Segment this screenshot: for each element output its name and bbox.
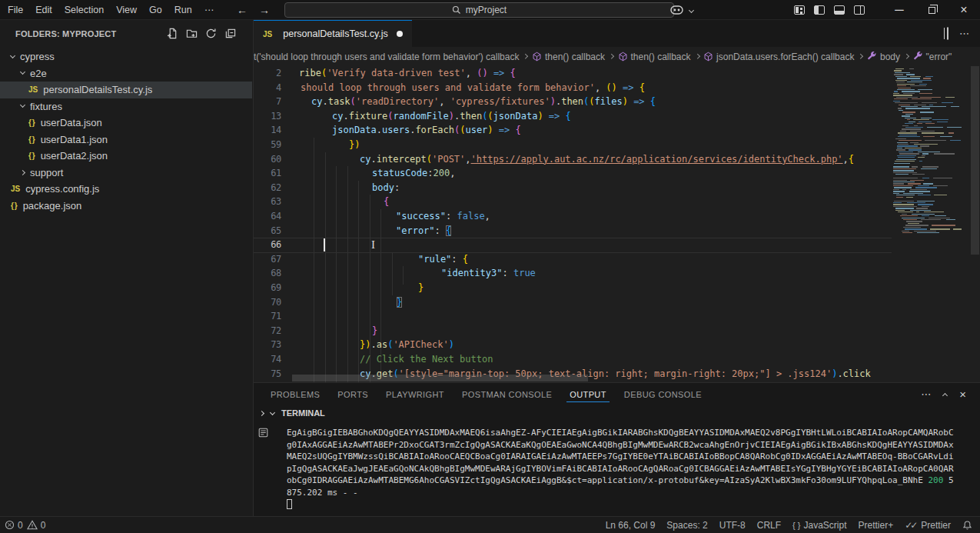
code-line-14[interactable]: 14jsonData.users.forEach((user) => { xyxy=(254,123,980,138)
code-line-61[interactable]: 61statusCode:200, xyxy=(254,166,980,181)
menu-edit[interactable]: Edit xyxy=(29,0,58,20)
code-line-67[interactable]: 67"rule": { xyxy=(254,252,980,267)
tree-item-userData2-json[interactable]: { }userData2.json xyxy=(0,148,252,165)
code-editor[interactable]: 2ribe('Verify data-driven test', () => {… xyxy=(254,66,980,382)
code-line-74[interactable]: 74// Click the Next button xyxy=(254,352,980,367)
breadcrumb-item[interactable]: body xyxy=(867,52,900,62)
customize-layout-icon[interactable] xyxy=(789,0,809,20)
panel-tab-playwright[interactable]: PLAYWRIGHT xyxy=(383,385,447,402)
panel-maximize-icon[interactable] xyxy=(943,388,947,400)
breadcrumb-item[interactable]: "error" xyxy=(913,52,952,62)
copilot-icon[interactable] xyxy=(668,0,685,20)
tree-item-cypress-config-js[interactable]: JScypress.config.js xyxy=(0,181,252,198)
prettier-status[interactable]: ✓✓Prettier xyxy=(905,520,951,531)
toggle-panel-icon[interactable] xyxy=(829,0,849,20)
editor-more-actions-icon[interactable]: ⋯ xyxy=(959,28,969,39)
minimap[interactable] xyxy=(892,66,970,382)
tree-item-userData1-json[interactable]: { }userData1.json xyxy=(0,132,252,148)
tree-item-fixtures[interactable]: fixtures xyxy=(0,98,252,115)
terminal-cursor xyxy=(287,499,292,509)
encoding-status[interactable]: UTF-8 xyxy=(719,520,746,531)
language-status[interactable]: { }JavaScript xyxy=(792,520,846,531)
breadcrumb-item[interactable]: then() callback xyxy=(618,52,691,62)
breadcrumb-item[interactable]: then() callback xyxy=(532,52,605,62)
code-line-4[interactable]: 4should loop through users and validate … xyxy=(254,81,980,95)
close-button[interactable]: × xyxy=(948,0,980,20)
tree-item-cypress[interactable]: cypress xyxy=(0,48,252,65)
panel-tab-output[interactable]: OUTPUT xyxy=(566,385,610,402)
search-value: myProject xyxy=(466,5,507,15)
collapse-folders-icon[interactable] xyxy=(224,28,236,39)
tree-item-package-json[interactable]: { }package.json xyxy=(0,198,252,215)
toggle-secondary-sidebar-icon[interactable] xyxy=(849,0,869,20)
menu-view[interactable]: View xyxy=(110,0,143,20)
tree-item-userData-json[interactable]: { }userData.json xyxy=(0,115,252,132)
panel-close-icon[interactable]: × xyxy=(959,388,966,401)
menu-more[interactable]: ⋯ xyxy=(198,0,221,20)
code-line-69[interactable]: 69} xyxy=(254,281,980,295)
code-line-66[interactable]: 66 xyxy=(254,238,980,252)
search-icon xyxy=(452,5,461,15)
notifications-bell[interactable] xyxy=(962,520,972,531)
terminal-line: pIgQgASACKAEaJwgJEAEaGQoNCAkQBhgBIgMwMDE… xyxy=(287,463,954,475)
code-line-70[interactable]: 70} xyxy=(254,295,980,310)
panel-tab-problems[interactable]: PROBLEMS xyxy=(267,385,323,402)
eol-status[interactable]: CRLF xyxy=(757,520,781,531)
back-icon[interactable]: ← xyxy=(237,4,247,16)
code-line-72[interactable]: 72} xyxy=(254,324,980,338)
cursor-position-status[interactable]: Ln 66, Col 9 xyxy=(606,520,656,531)
menu-selection[interactable]: Selection xyxy=(58,0,110,20)
terminal-line: g0IAxAGGAEiAzAwMTABEPr2DxoCGAT3rmZcIgQgA… xyxy=(287,439,954,451)
prettier-plus-status[interactable]: Prettier+ xyxy=(859,520,894,531)
panel-tab-bar: PROBLEMSPORTSPLAYWRIGHTPOSTMAN CONSOLEOU… xyxy=(254,383,980,405)
errors-status[interactable]: 0 xyxy=(5,520,23,531)
panel-tab-debug-console[interactable]: DEBUG CONSOLE xyxy=(621,385,705,402)
code-line-2[interactable]: 2ribe('Verify data-driven test', () => { xyxy=(254,66,980,81)
titlebar: FileEditSelectionViewGoRun⋯ ← → myProjec… xyxy=(0,0,980,20)
panel-tab-postman-console[interactable]: POSTMAN CONSOLE xyxy=(459,385,555,402)
chevron-down-icon[interactable] xyxy=(270,409,275,415)
restore-button[interactable] xyxy=(915,0,948,20)
code-line-65[interactable]: 65"error": { xyxy=(254,224,980,238)
tree-item-personalDetailsTest-cy-js[interactable]: JSpersonalDetailsTest.cy.js xyxy=(0,82,252,98)
code-line-63[interactable]: 63{ xyxy=(254,195,980,209)
terminal-section-label[interactable]: TERMINAL xyxy=(281,408,325,418)
chevron-down-icon[interactable] xyxy=(685,0,697,20)
vertical-scrollbar[interactable] xyxy=(970,66,980,382)
code-line-64[interactable]: 64"success": false, xyxy=(254,209,980,224)
js-file-icon: JS xyxy=(263,30,272,38)
split-editor-icon[interactable] xyxy=(947,28,948,39)
explorer-sidebar: FOLDERS: MYPROJECT cypresse2eJSpersonalD… xyxy=(0,20,254,516)
code-line-13[interactable]: 13cy.fixture(randomFile).then((jsonData)… xyxy=(254,109,980,124)
new-folder-icon[interactable] xyxy=(186,28,198,39)
code-line-7[interactable]: 7cy.task('readDirectory', 'cypress/fixtu… xyxy=(254,95,980,109)
chevron-right-icon[interactable] xyxy=(259,410,264,415)
code-line-68[interactable]: 68"identity3": true xyxy=(254,266,980,281)
code-line-59[interactable]: 59}) xyxy=(254,138,980,152)
code-line-73[interactable]: 73}).as('APICheck') xyxy=(254,338,980,352)
warnings-status[interactable]: 0 xyxy=(27,520,46,531)
panel-tab-ports[interactable]: PORTS xyxy=(334,385,371,402)
minimize-button[interactable]: ─ xyxy=(883,0,915,20)
panel-more-actions-icon[interactable]: ⋯ xyxy=(921,388,931,400)
menu-go[interactable]: Go xyxy=(143,0,168,20)
tree-item-support[interactable]: support xyxy=(0,165,252,182)
modified-dot-icon[interactable] xyxy=(397,31,403,37)
tree-item-e2e[interactable]: e2e xyxy=(0,65,252,82)
breadcrumb-item[interactable]: jsonData.users.forEach() callback xyxy=(703,52,854,62)
menu-run[interactable]: Run xyxy=(168,0,198,20)
code-line-62[interactable]: 62body: xyxy=(254,181,980,195)
indentation-status[interactable]: Spaces: 2 xyxy=(666,520,707,531)
toggle-sidebar-icon[interactable] xyxy=(809,0,829,20)
horizontal-scrollbar[interactable] xyxy=(292,375,588,381)
breadcrumb-item[interactable]: t('should loop through users and validat… xyxy=(254,52,519,62)
menu-file[interactable]: File xyxy=(2,0,29,20)
code-line-60[interactable]: 60cy.intercept('POST','https://apply.aut… xyxy=(254,152,980,167)
new-file-icon[interactable] xyxy=(167,28,178,39)
tab-personalDetailsTest[interactable]: JS personalDetailsTest.cy.js xyxy=(254,20,412,47)
terminal-line: EgAigBGigIEBABGhoKDQgQEAYYASIDMDAxMAEQ6i… xyxy=(287,427,954,439)
code-line-71[interactable]: 71 xyxy=(254,309,980,324)
forward-icon[interactable]: → xyxy=(259,4,270,16)
refresh-icon[interactable] xyxy=(205,28,217,39)
search-input[interactable]: myProject xyxy=(284,2,674,18)
